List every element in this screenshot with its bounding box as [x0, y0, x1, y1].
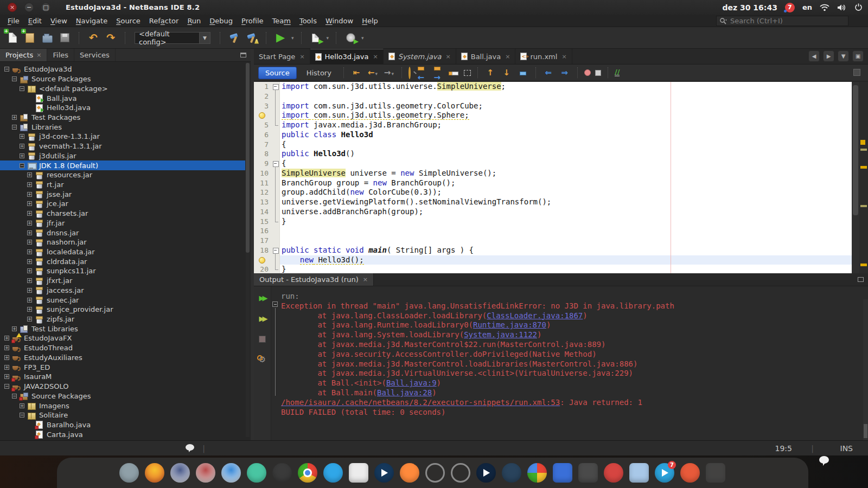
tree-toggle-icon[interactable]: − — [12, 125, 17, 130]
chat-notification-icon[interactable] — [818, 455, 830, 468]
history-view-button[interactable]: History — [301, 67, 337, 79]
menu-view[interactable]: View — [46, 16, 72, 26]
tree-toggle-icon[interactable]: + — [27, 201, 32, 206]
next-bookmark-button[interactable]: ↓ — [501, 68, 513, 78]
menu-run[interactable]: Run — [183, 16, 205, 26]
tree-item-sunjce-provider-jar[interactable]: +sunjce_provider.jar — [0, 305, 245, 314]
tree-item-estudyauxiliares[interactable]: +EstudyAuxiliares — [0, 353, 245, 363]
menu-refactor[interactable]: Refactor — [145, 16, 183, 26]
tree-toggle-icon[interactable]: + — [27, 288, 32, 293]
tree-item-jdk-1-8-default-[interactable]: −JDK 1.8 (Default) — [0, 160, 245, 170]
tree-item-source-packages[interactable]: −Source Packages — [0, 74, 245, 84]
tree-toggle-icon[interactable]: − — [20, 413, 24, 418]
projects-tree[interactable]: −EstudoJava3d−Source Packages−<default p… — [0, 62, 245, 440]
back-button[interactable]: ←▾ — [367, 68, 379, 78]
tree-item-nashorn-jar[interactable]: +nashorn.jar — [0, 237, 245, 247]
output-console[interactable]: run:Exception in thread "main" java.lang… — [271, 286, 868, 440]
tree-toggle-icon[interactable]: − — [12, 394, 17, 399]
tree-item-resources-jar[interactable]: +resources.jar — [0, 170, 245, 180]
tree-item-solitaire[interactable]: −Solitaire — [0, 410, 245, 420]
tree-toggle-icon[interactable]: + — [4, 355, 9, 360]
dock-app-blue-gem-icon[interactable] — [323, 463, 343, 483]
editor-scrollbar[interactable] — [852, 82, 859, 273]
tree-item-j3d-core-1-3-1-jar[interactable]: +j3d-core-1.3.1.jar — [0, 132, 245, 142]
dock-files-blue-icon[interactable] — [553, 463, 572, 483]
fold-marker[interactable] — [271, 82, 279, 92]
tree-toggle-icon[interactable]: + — [20, 134, 24, 139]
dock-virtualbox-cube-icon[interactable] — [629, 463, 649, 483]
forward-button[interactable]: →▾ — [383, 68, 395, 78]
shift-line-left-button[interactable]: ⇐ — [542, 68, 554, 78]
dock-krita-orange-icon[interactable] — [680, 463, 700, 483]
menu-team[interactable]: Team — [268, 16, 295, 26]
comment-lines-button[interactable]: // — [615, 69, 620, 76]
tree-toggle-icon[interactable]: − — [20, 86, 24, 91]
tree-item-jaccess-jar[interactable]: +jaccess.jar — [0, 286, 245, 296]
close-icon[interactable]: × — [363, 276, 368, 283]
tree-toggle-icon[interactable]: + — [20, 153, 24, 158]
tree-item-cldrdata-jar[interactable]: +cldrdata.jar — [0, 256, 245, 266]
dock-circle-outline-icon[interactable] — [425, 463, 445, 483]
start-macro-recording-button[interactable] — [584, 68, 591, 78]
menu-debug[interactable]: Debug — [205, 16, 237, 26]
dock-trash-icon[interactable] — [706, 463, 725, 483]
dock-browser-blue-ring-icon[interactable] — [221, 463, 241, 483]
dock-vlc-orange-icon[interactable] — [400, 463, 419, 483]
tree-toggle-icon[interactable]: + — [12, 115, 17, 120]
tree-item-java2dsolo[interactable]: −JAVA2DSOLO — [0, 382, 245, 391]
menu-edit[interactable]: Edit — [24, 16, 46, 26]
new-file-button[interactable]: + — [5, 31, 20, 45]
new-project-button[interactable]: + — [23, 31, 37, 45]
find-selection-icon[interactable] — [409, 68, 411, 78]
maximize-window-button[interactable]: ▣ — [852, 50, 864, 62]
dock-terminal-icon[interactable] — [272, 463, 292, 483]
output-source-link[interactable]: System.java:1122 — [464, 330, 537, 339]
tree-toggle-icon[interactable]: + — [27, 192, 32, 197]
tree-item-estudojavafx[interactable]: +EstudoJavaFX — [0, 333, 245, 343]
tree-item-estudojava3d[interactable]: −EstudoJava3d — [0, 65, 245, 74]
tree-toggle-icon[interactable]: + — [4, 374, 9, 379]
chevron-down-icon[interactable]: ▼ — [200, 32, 210, 44]
editor-tab-system-java[interactable]: System.java× — [384, 49, 456, 64]
output-fold-toggle[interactable] — [272, 301, 278, 307]
tree-item-dnsns-jar[interactable]: +dnsns.jar — [0, 228, 245, 237]
run-project-button[interactable]: ▶ — [273, 31, 288, 45]
notification-badge[interactable]: 7 — [785, 3, 795, 12]
tree-toggle-icon[interactable]: − — [12, 76, 17, 81]
close-icon[interactable]: × — [446, 53, 451, 60]
tree-item-jfxrt-jar[interactable]: +jfxrt.jar — [0, 276, 245, 286]
dock-player-dark-icon[interactable] — [476, 463, 496, 483]
tree-item-ball-java[interactable]: Ball.java — [0, 93, 245, 103]
tab-services[interactable]: Services — [74, 49, 116, 61]
quick-search-input[interactable]: Search (Ctrl+I) — [716, 16, 848, 26]
tree-toggle-icon[interactable]: + — [20, 144, 24, 149]
tree-item-baralho-java[interactable]: Baralho.java — [0, 420, 245, 430]
power-icon[interactable] — [854, 3, 863, 11]
tree-item--default-package-[interactable]: −<default package> — [0, 84, 245, 93]
debug-project-button[interactable]: ▶ — [309, 31, 323, 45]
tree-toggle-icon[interactable]: + — [27, 317, 32, 322]
tree-toggle-icon[interactable]: + — [27, 230, 32, 235]
dock-app-white-red-icon[interactable] — [196, 463, 215, 483]
dock-browser-face-icon[interactable] — [170, 463, 190, 483]
rerun-with-params-button[interactable]: ▶▶ — [257, 312, 269, 324]
tab-next-button[interactable]: ▶ — [823, 50, 834, 62]
tree-toggle-icon[interactable]: + — [4, 345, 9, 350]
volume-icon[interactable] — [837, 4, 847, 11]
editor-tab-run-xml[interactable]: run.xml× — [515, 49, 572, 64]
save-all-button[interactable] — [58, 31, 72, 45]
dock-libreoffice-red-icon[interactable] — [604, 463, 623, 483]
last-edit-button[interactable]: ⇤ — [350, 68, 362, 78]
debug-dropdown-icon[interactable]: ▾ — [327, 35, 329, 41]
fold-marker[interactable] — [271, 159, 279, 169]
editor-tab-start-page[interactable]: Start Page× — [254, 49, 310, 64]
dock-app-launcher-icon[interactable] — [119, 463, 139, 483]
tab-projects[interactable]: Projects × — [0, 49, 47, 61]
tree-toggle-icon[interactable]: + — [27, 211, 32, 216]
tree-item-zipfs-jar[interactable]: +zipfs.jar — [0, 314, 245, 324]
window-maximize-button[interactable]: □ — [41, 3, 50, 12]
menu-tools[interactable]: Tools — [295, 16, 321, 26]
dock-text-document-icon[interactable] — [349, 463, 368, 483]
redo-button[interactable]: ↷ — [104, 31, 118, 45]
menu-window[interactable]: Window — [321, 16, 358, 26]
